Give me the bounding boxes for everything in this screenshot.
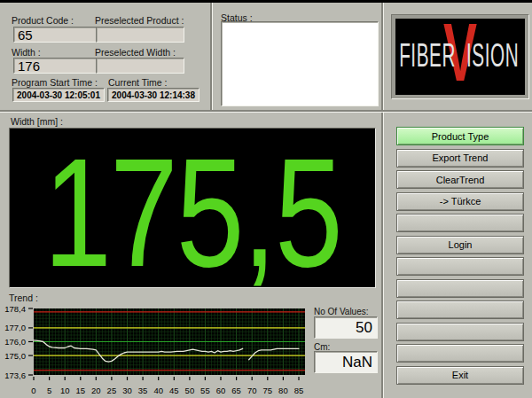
svg-text:45: 45 bbox=[169, 386, 179, 395]
blank-button-4[interactable] bbox=[396, 300, 524, 319]
trend-chart: 178,4177,0176,0175,0173,6051015202530354… bbox=[4, 302, 310, 396]
no-of-values-field[interactable]: 50 bbox=[314, 316, 378, 339]
preselected-product-label: Preselected Product : bbox=[95, 15, 184, 26]
blank-button-6[interactable] bbox=[396, 344, 524, 363]
export-trend-button[interactable]: Export Trend bbox=[396, 149, 524, 168]
svg-text:30: 30 bbox=[122, 386, 132, 395]
product-info-panel: Product Code : 65 Preselected Product : … bbox=[0, 3, 210, 110]
status-panel: Status : bbox=[212, 3, 381, 110]
svg-text:10: 10 bbox=[60, 386, 70, 395]
logo-text-fiber: FIBER bbox=[399, 37, 456, 74]
width-field[interactable]: 176 bbox=[13, 58, 102, 74]
logo-text-ision: ISION bbox=[466, 37, 519, 74]
product-type-button[interactable]: Product Type bbox=[396, 127, 524, 145]
svg-text:178,4: 178,4 bbox=[4, 304, 26, 314]
action-button-column: Product Type Export Trend ClearTrend -> … bbox=[396, 127, 524, 385]
svg-text:55: 55 bbox=[200, 386, 210, 395]
width-label: Width : bbox=[12, 47, 41, 58]
clear-trend-button[interactable]: ClearTrend bbox=[396, 170, 524, 189]
svg-text:0: 0 bbox=[31, 386, 35, 395]
width-display-label: Width [mm] : bbox=[11, 116, 63, 127]
blank-button-2[interactable] bbox=[396, 257, 524, 276]
program-start-time-label: Program Start Time : bbox=[12, 77, 98, 88]
blank-button-1[interactable] bbox=[396, 214, 524, 232]
cm-field: NaN bbox=[314, 351, 378, 373]
svg-text:85: 85 bbox=[294, 386, 304, 395]
svg-text:25: 25 bbox=[107, 386, 117, 395]
product-code-field[interactable]: 65 bbox=[13, 27, 102, 43]
svg-text:35: 35 bbox=[138, 386, 148, 395]
status-box bbox=[221, 21, 379, 106]
fibervision-logo: V FIBER ISION bbox=[391, 14, 529, 99]
preselected-width-field[interactable] bbox=[96, 58, 184, 74]
svg-text:173,6: 173,6 bbox=[4, 371, 26, 380]
width-display: 175,5 bbox=[9, 128, 376, 288]
blank-button-5[interactable] bbox=[396, 323, 524, 341]
preselected-width-label: Preselected Width : bbox=[95, 47, 176, 58]
svg-text:65: 65 bbox=[231, 386, 241, 395]
svg-text:40: 40 bbox=[153, 386, 163, 395]
svg-text:75: 75 bbox=[263, 386, 273, 395]
svg-text:80: 80 bbox=[278, 386, 288, 395]
svg-text:5: 5 bbox=[47, 386, 51, 395]
turkce-button[interactable]: -> Türkce bbox=[396, 192, 524, 211]
exit-button[interactable]: Exit bbox=[396, 366, 524, 385]
preselected-product-field[interactable] bbox=[96, 27, 184, 43]
login-button[interactable]: Login bbox=[396, 236, 524, 254]
product-code-label: Product Code : bbox=[12, 15, 74, 26]
svg-text:70: 70 bbox=[247, 386, 257, 395]
svg-text:60: 60 bbox=[216, 386, 226, 395]
current-time-field: 2004-03-30 12:14:38 bbox=[107, 88, 200, 102]
width-display-value: 175,5 bbox=[43, 128, 340, 288]
svg-text:15: 15 bbox=[76, 386, 86, 395]
no-of-values-label: No Of Values: bbox=[314, 307, 369, 316]
svg-text:50: 50 bbox=[185, 386, 195, 395]
svg-text:176,0: 176,0 bbox=[4, 337, 26, 347]
current-time-label: Current Time : bbox=[108, 77, 168, 88]
svg-text:20: 20 bbox=[91, 386, 101, 395]
svg-text:175,0: 175,0 bbox=[4, 351, 26, 361]
blank-button-3[interactable] bbox=[396, 279, 524, 298]
divider-vertical-right bbox=[381, 3, 383, 398]
fibervision-logo-inner: V FIBER ISION bbox=[395, 19, 525, 95]
svg-text:177,0: 177,0 bbox=[4, 323, 26, 332]
program-start-time-field: 2004-03-30 12:05:01 bbox=[12, 88, 105, 102]
divider-horizontal-top bbox=[0, 110, 532, 112]
